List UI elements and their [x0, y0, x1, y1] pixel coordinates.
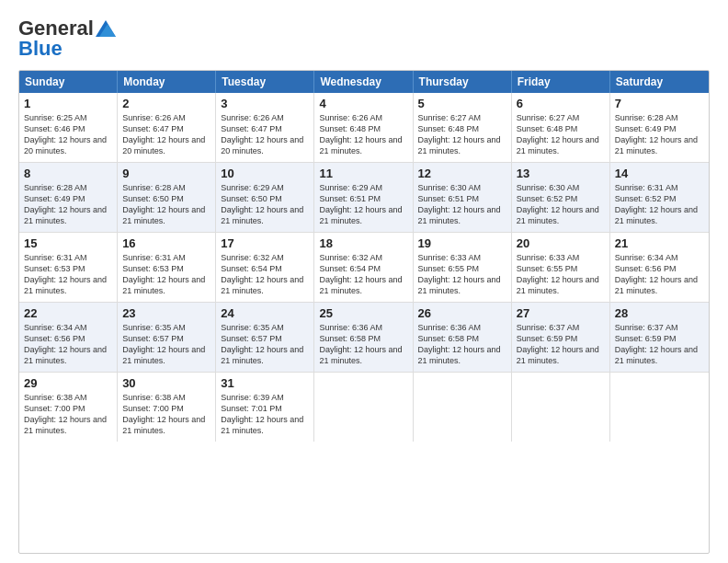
- page: General Blue SundayMondayTuesdayWednesda…: [0, 0, 728, 563]
- cell-info: Sunrise: 6:26 AMSunset: 6:48 PMDaylight:…: [319, 112, 407, 157]
- cell-info: Sunrise: 6:34 AMSunset: 6:56 PMDaylight:…: [615, 252, 704, 297]
- calendar-row-3: 15Sunrise: 6:31 AMSunset: 6:53 PMDayligh…: [19, 232, 709, 302]
- cell-info: Sunrise: 6:33 AMSunset: 6:55 PMDaylight:…: [517, 252, 605, 297]
- logo-icon: [96, 20, 116, 37]
- day-number: 10: [221, 167, 309, 180]
- day-cell-1: 1Sunrise: 6:25 AMSunset: 6:46 PMDaylight…: [19, 93, 118, 162]
- day-cell-25: 25Sunrise: 6:36 AMSunset: 6:58 PMDayligh…: [314, 303, 413, 372]
- day-number: 6: [517, 97, 605, 110]
- day-cell-26: 26Sunrise: 6:36 AMSunset: 6:58 PMDayligh…: [414, 303, 512, 372]
- cell-info: Sunrise: 6:29 AMSunset: 6:50 PMDaylight:…: [221, 182, 309, 227]
- day-number: 7: [615, 97, 704, 110]
- day-cell-29: 29Sunrise: 6:38 AMSunset: 7:00 PMDayligh…: [19, 373, 118, 442]
- day-cell-8: 8Sunrise: 6:28 AMSunset: 6:49 PMDaylight…: [19, 163, 118, 232]
- cell-info: Sunrise: 6:37 AMSunset: 6:59 PMDaylight:…: [615, 322, 704, 367]
- calendar-body: 1Sunrise: 6:25 AMSunset: 6:46 PMDaylight…: [19, 93, 709, 442]
- cell-info: Sunrise: 6:30 AMSunset: 6:51 PMDaylight:…: [418, 182, 506, 227]
- day-cell-31: 31Sunrise: 6:39 AMSunset: 7:01 PMDayligh…: [216, 373, 314, 442]
- day-cell-13: 13Sunrise: 6:30 AMSunset: 6:52 PMDayligh…: [512, 163, 610, 232]
- cell-info: Sunrise: 6:26 AMSunset: 6:47 PMDaylight:…: [122, 112, 210, 157]
- day-number: 19: [418, 236, 506, 250]
- calendar-row-5: 29Sunrise: 6:38 AMSunset: 7:00 PMDayligh…: [19, 372, 709, 442]
- day-number: 4: [319, 97, 407, 110]
- cell-info: Sunrise: 6:37 AMSunset: 6:59 PMDaylight:…: [517, 322, 605, 367]
- cell-info: Sunrise: 6:33 AMSunset: 6:55 PMDaylight:…: [418, 252, 506, 297]
- cell-info: Sunrise: 6:30 AMSunset: 6:52 PMDaylight:…: [517, 182, 605, 227]
- day-cell-12: 12Sunrise: 6:30 AMSunset: 6:51 PMDayligh…: [414, 163, 512, 232]
- day-cell-28: 28Sunrise: 6:37 AMSunset: 6:59 PMDayligh…: [610, 303, 709, 372]
- day-number: 16: [122, 236, 210, 250]
- cell-info: Sunrise: 6:32 AMSunset: 6:54 PMDaylight:…: [221, 252, 309, 297]
- day-cell-21: 21Sunrise: 6:34 AMSunset: 6:56 PMDayligh…: [610, 233, 709, 302]
- weekday-header-friday: Friday: [512, 71, 610, 93]
- day-number: 2: [122, 97, 210, 110]
- day-number: 14: [615, 167, 704, 180]
- day-cell-23: 23Sunrise: 6:35 AMSunset: 6:57 PMDayligh…: [118, 303, 216, 372]
- cell-info: Sunrise: 6:35 AMSunset: 6:57 PMDaylight:…: [122, 322, 210, 367]
- calendar: SundayMondayTuesdayWednesdayThursdayFrid…: [18, 70, 710, 554]
- cell-info: Sunrise: 6:38 AMSunset: 7:00 PMDaylight:…: [24, 392, 112, 437]
- day-cell-18: 18Sunrise: 6:32 AMSunset: 6:54 PMDayligh…: [314, 233, 413, 302]
- day-cell-3: 3Sunrise: 6:26 AMSunset: 6:47 PMDaylight…: [216, 93, 314, 162]
- cell-info: Sunrise: 6:35 AMSunset: 6:57 PMDaylight:…: [221, 322, 309, 367]
- day-cell-16: 16Sunrise: 6:31 AMSunset: 6:53 PMDayligh…: [118, 233, 216, 302]
- day-cell-4: 4Sunrise: 6:26 AMSunset: 6:48 PMDaylight…: [314, 93, 413, 162]
- day-cell-7: 7Sunrise: 6:28 AMSunset: 6:49 PMDaylight…: [610, 93, 709, 162]
- day-number: 23: [122, 306, 210, 320]
- logo: General Blue: [18, 17, 116, 61]
- cell-info: Sunrise: 6:26 AMSunset: 6:47 PMDaylight:…: [221, 112, 309, 157]
- weekday-header-thursday: Thursday: [414, 71, 512, 93]
- day-number: 20: [517, 236, 605, 250]
- day-number: 21: [615, 236, 704, 250]
- day-cell-24: 24Sunrise: 6:35 AMSunset: 6:57 PMDayligh…: [216, 303, 314, 372]
- empty-cell-r4c5: [512, 373, 610, 442]
- day-cell-14: 14Sunrise: 6:31 AMSunset: 6:52 PMDayligh…: [610, 163, 709, 232]
- day-cell-11: 11Sunrise: 6:29 AMSunset: 6:51 PMDayligh…: [314, 163, 413, 232]
- cell-info: Sunrise: 6:32 AMSunset: 6:54 PMDaylight:…: [319, 252, 407, 297]
- day-number: 30: [122, 376, 210, 390]
- weekday-header-monday: Monday: [118, 71, 216, 93]
- day-number: 29: [24, 376, 112, 390]
- calendar-header: SundayMondayTuesdayWednesdayThursdayFrid…: [19, 71, 709, 93]
- cell-info: Sunrise: 6:38 AMSunset: 7:00 PMDaylight:…: [122, 392, 210, 437]
- day-number: 22: [24, 306, 112, 320]
- weekday-header-wednesday: Wednesday: [314, 71, 413, 93]
- cell-info: Sunrise: 6:31 AMSunset: 6:53 PMDaylight:…: [122, 252, 210, 297]
- cell-info: Sunrise: 6:28 AMSunset: 6:50 PMDaylight:…: [122, 182, 210, 227]
- day-cell-20: 20Sunrise: 6:33 AMSunset: 6:55 PMDayligh…: [512, 233, 610, 302]
- cell-info: Sunrise: 6:31 AMSunset: 6:52 PMDaylight:…: [615, 182, 704, 227]
- cell-info: Sunrise: 6:25 AMSunset: 6:46 PMDaylight:…: [24, 112, 112, 157]
- empty-cell-r4c4: [414, 373, 512, 442]
- cell-info: Sunrise: 6:27 AMSunset: 6:48 PMDaylight:…: [418, 112, 506, 157]
- calendar-row-2: 8Sunrise: 6:28 AMSunset: 6:49 PMDaylight…: [19, 162, 709, 232]
- day-number: 5: [418, 97, 506, 110]
- day-number: 26: [418, 306, 506, 320]
- day-number: 28: [615, 306, 704, 320]
- day-number: 3: [221, 97, 309, 110]
- calendar-row-4: 22Sunrise: 6:34 AMSunset: 6:56 PMDayligh…: [19, 302, 709, 372]
- day-number: 25: [319, 306, 407, 320]
- day-number: 13: [517, 167, 605, 180]
- cell-info: Sunrise: 6:39 AMSunset: 7:01 PMDaylight:…: [221, 392, 309, 437]
- day-number: 24: [221, 306, 309, 320]
- day-cell-2: 2Sunrise: 6:26 AMSunset: 6:47 PMDaylight…: [118, 93, 216, 162]
- empty-cell-r4c6: [610, 373, 709, 442]
- cell-info: Sunrise: 6:29 AMSunset: 6:51 PMDaylight:…: [319, 182, 407, 227]
- day-cell-6: 6Sunrise: 6:27 AMSunset: 6:48 PMDaylight…: [512, 93, 610, 162]
- cell-info: Sunrise: 6:28 AMSunset: 6:49 PMDaylight:…: [615, 112, 704, 157]
- day-number: 17: [221, 236, 309, 250]
- day-cell-19: 19Sunrise: 6:33 AMSunset: 6:55 PMDayligh…: [414, 233, 512, 302]
- day-number: 9: [122, 167, 210, 180]
- day-number: 12: [418, 167, 506, 180]
- day-cell-10: 10Sunrise: 6:29 AMSunset: 6:50 PMDayligh…: [216, 163, 314, 232]
- empty-cell-r4c3: [314, 373, 413, 442]
- cell-info: Sunrise: 6:31 AMSunset: 6:53 PMDaylight:…: [24, 252, 112, 297]
- cell-info: Sunrise: 6:36 AMSunset: 6:58 PMDaylight:…: [319, 322, 407, 367]
- day-number: 31: [221, 376, 309, 390]
- day-number: 11: [319, 167, 407, 180]
- day-number: 1: [24, 97, 112, 110]
- day-number: 8: [24, 167, 112, 180]
- weekday-header-sunday: Sunday: [19, 71, 118, 93]
- cell-info: Sunrise: 6:34 AMSunset: 6:56 PMDaylight:…: [24, 322, 112, 367]
- weekday-header-saturday: Saturday: [610, 71, 709, 93]
